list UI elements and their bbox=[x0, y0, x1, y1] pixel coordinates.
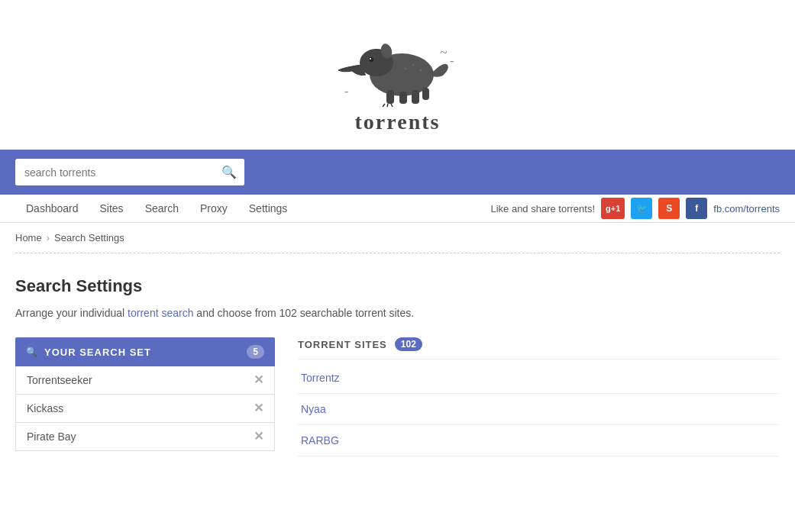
svg-point-12 bbox=[404, 68, 406, 70]
columns-layout: 🔍 YOUR SEARCH SET 5 Torrentseeker ✕ Kick… bbox=[15, 337, 780, 456]
torrent-search-link[interactable]: torrent search bbox=[128, 307, 193, 319]
facebook-icon: f bbox=[695, 203, 698, 214]
description-suffix: and choose from 102 searchable torrent s… bbox=[193, 307, 414, 319]
breadcrumb-home[interactable]: Home bbox=[15, 232, 42, 243]
torrent-site-item: Torrentz bbox=[298, 363, 780, 394]
breadcrumb-divider bbox=[15, 253, 780, 253]
twitter-icon: 🐦 bbox=[636, 203, 648, 214]
svg-point-14 bbox=[419, 69, 422, 72]
search-icon: 🔍 bbox=[221, 166, 237, 179]
search-button[interactable]: 🔍 bbox=[214, 159, 244, 185]
search-set-label: YOUR SEARCH SET bbox=[44, 347, 151, 358]
svg-text:-: - bbox=[450, 54, 454, 67]
search-set-panel: 🔍 YOUR SEARCH SET 5 Torrentseeker ✕ Kick… bbox=[15, 337, 275, 456]
svg-rect-7 bbox=[412, 90, 419, 104]
search-input[interactable] bbox=[15, 160, 214, 185]
search-form: 🔍 bbox=[15, 159, 244, 185]
nav-item-proxy[interactable]: Proxy bbox=[189, 195, 238, 222]
page-description: Arrange your individual torrent search a… bbox=[15, 307, 780, 319]
torrent-site-item: RARBG bbox=[298, 425, 780, 456]
svg-line-10 bbox=[387, 104, 388, 107]
google-plus-button[interactable]: g+1 bbox=[601, 198, 625, 219]
header: ~ - - torrents bbox=[0, 0, 795, 150]
main-content: Search Settings Arrange your individual … bbox=[0, 269, 795, 479]
search-set-item-name: Pirate Bay bbox=[27, 430, 76, 443]
nav-item-search[interactable]: Search bbox=[134, 195, 189, 222]
social-label: Like and share torrents! bbox=[490, 203, 595, 214]
facebook-button[interactable]: f bbox=[686, 198, 707, 219]
twitter-button[interactable]: 🐦 bbox=[631, 198, 652, 219]
search-set-icon: 🔍 bbox=[26, 347, 38, 357]
breadcrumb-current: Search Settings bbox=[54, 232, 124, 243]
page-title: Search Settings bbox=[15, 276, 780, 296]
torrent-sites-count: 102 bbox=[395, 337, 422, 351]
logo-text: torrents bbox=[355, 110, 441, 134]
stumbleupon-icon: S bbox=[666, 203, 672, 214]
remove-kickass-button[interactable]: ✕ bbox=[254, 402, 263, 414]
svg-point-4 bbox=[370, 58, 371, 60]
logo-icon: ~ - - bbox=[337, 23, 459, 107]
stumbleupon-button[interactable]: S bbox=[658, 198, 680, 219]
description-prefix: Arrange your individual bbox=[15, 307, 128, 319]
svg-point-13 bbox=[412, 64, 414, 66]
torrent-site-link-nyaa[interactable]: Nyaa bbox=[301, 403, 326, 415]
breadcrumb: Home › Search Settings bbox=[0, 223, 795, 253]
svg-rect-8 bbox=[422, 88, 429, 100]
search-set-item: Torrentseeker ✕ bbox=[15, 366, 275, 395]
logo-area: ~ - - torrents bbox=[0, 15, 795, 138]
search-set-item: Kickass ✕ bbox=[15, 395, 275, 423]
search-set-item: Pirate Bay ✕ bbox=[15, 423, 275, 451]
search-set-item-name: Kickass bbox=[27, 402, 63, 414]
torrent-site-link-rarbg[interactable]: RARBG bbox=[301, 434, 339, 447]
torrent-sites-header: TORRENT SITES 102 bbox=[298, 337, 780, 360]
svg-text:-: - bbox=[344, 85, 348, 98]
breadcrumb-separator: › bbox=[47, 232, 50, 243]
nav-item-settings[interactable]: Settings bbox=[238, 195, 299, 222]
svg-point-3 bbox=[369, 57, 373, 62]
torrent-site-link-torrentz[interactable]: Torrentz bbox=[301, 372, 340, 384]
remove-piratebay-button[interactable]: ✕ bbox=[254, 430, 263, 443]
nav-right: Like and share torrents! g+1 🐦 S f fb.co… bbox=[490, 198, 780, 219]
nav-item-dashboard[interactable]: Dashboard bbox=[15, 195, 89, 222]
svg-text:~: ~ bbox=[440, 45, 448, 60]
search-bar: 🔍 bbox=[0, 150, 795, 195]
search-set-header: 🔍 YOUR SEARCH SET 5 bbox=[15, 337, 275, 366]
search-set-item-name: Torrentseeker bbox=[27, 374, 92, 386]
remove-torrentseeker-button[interactable]: ✕ bbox=[254, 374, 263, 386]
torrent-sites-title: TORRENT SITES bbox=[298, 339, 387, 350]
svg-line-9 bbox=[383, 104, 385, 107]
search-set-count: 5 bbox=[247, 345, 264, 359]
svg-line-11 bbox=[391, 104, 393, 107]
search-set-title: 🔍 YOUR SEARCH SET bbox=[26, 347, 151, 358]
torrent-site-item: Nyaa bbox=[298, 394, 780, 425]
main-nav: Dashboard Sites Search Proxy Settings Li… bbox=[0, 195, 795, 223]
fb-link[interactable]: fb.com/torrents bbox=[713, 203, 780, 214]
torrent-sites-panel: TORRENT SITES 102 Torrentz Nyaa RARBG bbox=[298, 337, 780, 456]
svg-rect-6 bbox=[399, 92, 407, 104]
svg-rect-5 bbox=[386, 90, 394, 104]
nav-item-sites[interactable]: Sites bbox=[89, 195, 134, 222]
nav-left: Dashboard Sites Search Proxy Settings bbox=[15, 195, 298, 222]
